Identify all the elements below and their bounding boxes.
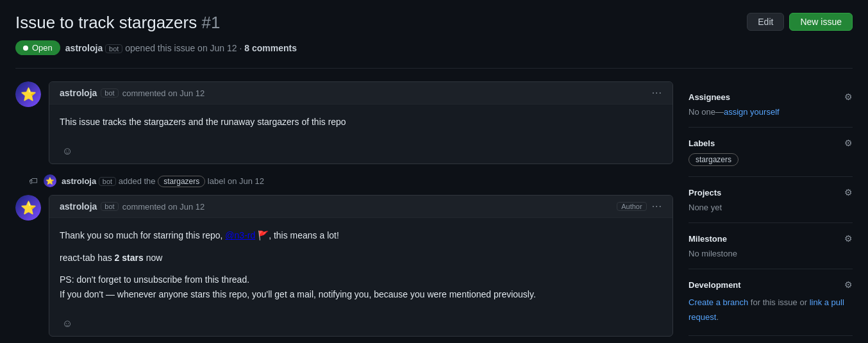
milestone-value: No milestone [689,249,853,258]
bold-stars: 2 stars [115,253,144,263]
author-badge-2: Author [617,202,646,211]
emoji-button-1[interactable]: ☺ [60,144,75,158]
comment-body-2: Thank you so much for starring this repo… [49,218,672,312]
create-branch-link[interactable]: Create a branch [689,297,748,307]
assignees-header[interactable]: Assignees ⚙ [689,92,853,102]
main-content: ⭐ astroloja bot commented on Jun 12 ··· [15,81,853,343]
projects-header[interactable]: Projects ⚙ [689,187,853,197]
labels-header[interactable]: Labels ⚙ [689,138,853,148]
projects-gear-icon[interactable]: ⚙ [844,187,853,197]
projects-value: None yet [689,203,853,212]
sidebar-notifications: Notifications Customize [689,336,853,343]
sidebar-projects: Projects ⚙ None yet [689,177,853,223]
comment-header-left-2: astroloja bot commented on Jun 12 [60,201,204,212]
comment-header-1: astroloja bot commented on Jun 12 ··· [49,82,672,105]
comment-actions-1: ··· [652,87,662,99]
issue-number: #1 [201,13,220,32]
avatar-1: ⭐ [15,81,41,107]
comment-block-2: ⭐ astroloja bot commented on Jun 12 Auth… [15,195,673,337]
header-divider [15,68,853,69]
labels-value: stargazers [689,153,853,166]
issue-title: Issue to track stargazers #1 [15,13,220,33]
sidebar-assignees: Assignees ⚙ No one—assign yourself [689,81,853,128]
comment-footer-2: ☺ [49,312,672,336]
emoji-button-2[interactable]: ☺ [60,317,75,331]
comment-author-1: astroloja [60,88,97,98]
timeline: ⭐ astroloja bot commented on Jun 12 ··· [15,81,673,343]
comment-date-1: commented on Jun 12 [122,88,205,98]
milestone-header[interactable]: Milestone ⚙ [689,233,853,244]
open-badge: Open [15,40,60,55]
timeline-event-label: 🏷 ⭐ astroloja bot added the stargazers l… [15,174,673,187]
projects-title: Projects [689,188,721,197]
event-author: astroloja bot added the stargazers label… [62,176,264,186]
sidebar: Assignees ⚙ No one—assign yourself Label… [689,81,853,343]
avatar-img-1: ⭐ [15,81,41,107]
event-author-link[interactable]: astroloja [62,176,96,186]
comment-header-left-1: astroloja bot commented on Jun 12 [60,88,204,98]
issue-meta: Open astroloja bot opened this issue on … [15,40,853,55]
sidebar-labels: Labels ⚙ stargazers [689,128,853,177]
issue-meta-text: astroloja bot opened this issue on Jun 1… [65,43,297,53]
milestone-none: No milestone [689,249,737,258]
development-gear-icon[interactable]: ⚙ [844,280,853,290]
projects-none: None yet [689,203,722,212]
development-header[interactable]: Development ⚙ [689,280,853,290]
comment-box-1: astroloja bot commented on Jun 12 ··· Th… [49,81,673,164]
comment-footer-1: ☺ [49,139,672,163]
stargazers-label-tag[interactable]: stargazers [689,153,739,166]
development-period: . [716,312,719,322]
assignees-no-one: No one [689,107,715,117]
label-event-icon: 🏷 [28,176,38,186]
comment-date-2: commented on Jun 12 [122,202,205,212]
labels-title: Labels [689,138,715,148]
comment-bot-badge-1: bot [101,88,118,97]
more-options-2[interactable]: ··· [652,201,662,212]
event-action-end: label on Jun 12 [208,176,264,186]
event-bot-badge: bot [99,177,116,186]
comment-text-2c: PS: don't forget to unsubscribe from thi… [60,272,662,301]
issue-action-text: opened this issue on Jun 12 [125,43,237,53]
comments-link[interactable]: 8 comments [244,43,297,53]
comment-text-1: This issue tracks the stargazers and the… [60,115,662,129]
comment-header-2: astroloja bot commented on Jun 12 Author… [49,196,672,218]
new-issue-button[interactable]: New issue [789,13,853,31]
comment-body-1: This issue tracks the stargazers and the… [49,105,672,139]
development-title: Development [689,280,741,290]
comment-text-2a: Thank you so much for starring this repo… [60,228,662,242]
avatar-img-2: ⭐ [15,195,41,221]
assign-yourself-link[interactable]: assign yourself [724,107,780,117]
issue-author-link[interactable]: astroloja [65,43,103,53]
edit-button[interactable]: Edit [747,13,784,31]
open-dot [23,46,28,51]
header-actions: Edit New issue [747,13,853,31]
assignees-value: No one—assign yourself [689,107,853,117]
assignees-title: Assignees [689,92,730,102]
more-options-1[interactable]: ··· [652,87,662,99]
sidebar-development: Development ⚙ Create a branch for this i… [689,269,853,336]
development-value: Create a branch for this issue or link a… [689,295,853,325]
open-status-text: Open [32,43,53,53]
comment-box-2: astroloja bot commented on Jun 12 Author… [49,195,673,337]
comment-bot-badge-2: bot [101,202,118,211]
event-label-tag: stargazers [158,176,205,187]
issue-title-text: Issue to track stargazers [15,13,197,32]
milestone-gear-icon[interactable]: ⚙ [844,233,853,244]
sidebar-milestone: Milestone ⚙ No milestone [689,223,853,269]
event-avatar: ⭐ [44,174,56,187]
event-action: added the [119,176,156,186]
milestone-title: Milestone [689,234,727,244]
comment-block-1: ⭐ astroloja bot commented on Jun 12 ··· [15,81,673,164]
comment-actions-2: Author ··· [617,201,662,212]
labels-gear-icon[interactable]: ⚙ [844,138,853,148]
comment-text-2b: react-tab has 2 stars now [60,251,662,265]
comment-author-2: astroloja [60,201,97,212]
avatar-2: ⭐ [15,195,41,221]
mention-link[interactable]: @n3-rd [225,230,255,240]
development-for-text: for this issue or [751,297,807,307]
bot-badge: bot [105,44,122,53]
assignees-gear-icon[interactable]: ⚙ [844,92,853,102]
